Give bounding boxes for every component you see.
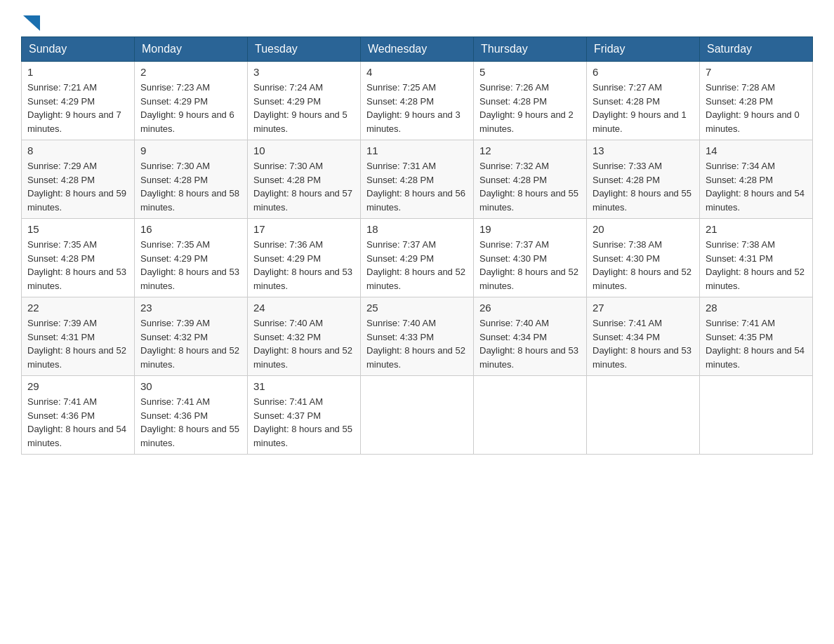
day-detail: Sunrise: 7:39 AMSunset: 4:31 PMDaylight:… (27, 316, 128, 371)
calendar-day-cell: 3Sunrise: 7:24 AMSunset: 4:29 PMDaylight… (248, 62, 361, 140)
calendar-day-cell: 14Sunrise: 7:34 AMSunset: 4:28 PMDayligh… (700, 140, 813, 219)
calendar-day-cell: 26Sunrise: 7:40 AMSunset: 4:34 PMDayligh… (474, 297, 587, 376)
day-detail: Sunrise: 7:38 AMSunset: 4:30 PMDaylight:… (593, 238, 694, 293)
day-number: 6 (593, 66, 694, 78)
day-number: 19 (479, 223, 581, 235)
day-number: 9 (140, 145, 241, 156)
calendar-day-cell: 18Sunrise: 7:37 AMSunset: 4:29 PMDayligh… (361, 219, 474, 297)
logo-arrow-icon (23, 15, 40, 31)
day-detail: Sunrise: 7:24 AMSunset: 4:29 PMDaylight:… (253, 81, 355, 135)
day-detail: Sunrise: 7:35 AMSunset: 4:28 PMDaylight:… (27, 238, 128, 293)
day-number: 31 (253, 380, 355, 392)
calendar-day-cell (700, 376, 813, 455)
day-detail: Sunrise: 7:34 AMSunset: 4:28 PMDaylight:… (706, 159, 807, 214)
day-number: 28 (706, 302, 807, 314)
day-number: 12 (479, 145, 581, 156)
calendar-day-cell: 17Sunrise: 7:36 AMSunset: 4:29 PMDayligh… (248, 219, 361, 297)
day-number: 10 (253, 145, 355, 156)
calendar-day-cell: 12Sunrise: 7:32 AMSunset: 4:28 PMDayligh… (474, 140, 587, 219)
day-of-week-header: Wednesday (361, 37, 474, 62)
day-detail: Sunrise: 7:41 AMSunset: 4:36 PMDaylight:… (27, 395, 128, 450)
day-number: 13 (593, 145, 694, 156)
day-detail: Sunrise: 7:41 AMSunset: 4:35 PMDaylight:… (706, 316, 807, 371)
calendar-table: SundayMondayTuesdayWednesdayThursdayFrid… (21, 36, 813, 455)
calendar-day-cell: 8Sunrise: 7:29 AMSunset: 4:28 PMDaylight… (22, 140, 135, 219)
day-number: 27 (593, 302, 694, 314)
svg-marker-0 (23, 15, 40, 31)
day-detail: Sunrise: 7:33 AMSunset: 4:28 PMDaylight:… (593, 159, 694, 214)
day-detail: Sunrise: 7:37 AMSunset: 4:29 PMDaylight:… (366, 238, 468, 293)
day-of-week-header: Tuesday (248, 37, 361, 62)
day-number: 16 (140, 223, 241, 235)
day-detail: Sunrise: 7:30 AMSunset: 4:28 PMDaylight:… (140, 159, 241, 214)
day-detail: Sunrise: 7:39 AMSunset: 4:32 PMDaylight:… (140, 316, 241, 371)
day-detail: Sunrise: 7:40 AMSunset: 4:32 PMDaylight:… (253, 316, 355, 371)
day-number: 5 (479, 66, 581, 78)
day-detail: Sunrise: 7:25 AMSunset: 4:28 PMDaylight:… (366, 81, 468, 135)
day-number: 29 (27, 380, 128, 392)
day-of-week-header: Sunday (22, 37, 135, 62)
day-number: 24 (253, 302, 355, 314)
calendar-day-cell: 19Sunrise: 7:37 AMSunset: 4:30 PMDayligh… (474, 219, 587, 297)
calendar-day-cell: 2Sunrise: 7:23 AMSunset: 4:29 PMDaylight… (135, 62, 248, 140)
day-detail: Sunrise: 7:40 AMSunset: 4:33 PMDaylight:… (366, 316, 468, 371)
day-number: 8 (27, 145, 128, 156)
calendar-day-cell: 25Sunrise: 7:40 AMSunset: 4:33 PMDayligh… (361, 297, 474, 376)
day-header-row: SundayMondayTuesdayWednesdayThursdayFrid… (22, 37, 813, 62)
day-number: 14 (706, 145, 807, 156)
calendar-week-row: 22Sunrise: 7:39 AMSunset: 4:31 PMDayligh… (22, 297, 813, 376)
day-number: 15 (27, 223, 128, 235)
day-of-week-header: Saturday (700, 37, 813, 62)
day-number: 11 (366, 145, 468, 156)
calendar-day-cell: 7Sunrise: 7:28 AMSunset: 4:28 PMDaylight… (700, 62, 813, 140)
day-detail: Sunrise: 7:30 AMSunset: 4:28 PMDaylight:… (253, 159, 355, 214)
day-number: 20 (593, 223, 694, 235)
day-detail: Sunrise: 7:40 AMSunset: 4:34 PMDaylight:… (479, 316, 581, 371)
calendar-day-cell (361, 376, 474, 455)
day-detail: Sunrise: 7:23 AMSunset: 4:29 PMDaylight:… (140, 81, 241, 135)
calendar-day-cell: 22Sunrise: 7:39 AMSunset: 4:31 PMDayligh… (22, 297, 135, 376)
day-number: 26 (479, 302, 581, 314)
calendar-day-cell: 6Sunrise: 7:27 AMSunset: 4:28 PMDaylight… (587, 62, 700, 140)
day-detail: Sunrise: 7:28 AMSunset: 4:28 PMDaylight:… (706, 81, 807, 135)
day-number: 18 (366, 223, 468, 235)
day-detail: Sunrise: 7:29 AMSunset: 4:28 PMDaylight:… (27, 159, 128, 214)
calendar-week-row: 15Sunrise: 7:35 AMSunset: 4:28 PMDayligh… (22, 219, 813, 297)
day-of-week-header: Friday (587, 37, 700, 62)
day-number: 2 (140, 66, 241, 78)
calendar-day-cell: 20Sunrise: 7:38 AMSunset: 4:30 PMDayligh… (587, 219, 700, 297)
calendar-day-cell: 23Sunrise: 7:39 AMSunset: 4:32 PMDayligh… (135, 297, 248, 376)
day-detail: Sunrise: 7:32 AMSunset: 4:28 PMDaylight:… (479, 159, 581, 214)
calendar-day-cell: 29Sunrise: 7:41 AMSunset: 4:36 PMDayligh… (22, 376, 135, 455)
day-number: 7 (706, 66, 807, 78)
calendar-day-cell: 1Sunrise: 7:21 AMSunset: 4:29 PMDaylight… (22, 62, 135, 140)
calendar-day-cell: 11Sunrise: 7:31 AMSunset: 4:28 PMDayligh… (361, 140, 474, 219)
calendar-day-cell: 30Sunrise: 7:41 AMSunset: 4:36 PMDayligh… (135, 376, 248, 455)
day-number: 1 (27, 66, 128, 78)
day-detail: Sunrise: 7:37 AMSunset: 4:30 PMDaylight:… (479, 238, 581, 293)
day-number: 30 (140, 380, 241, 392)
day-detail: Sunrise: 7:38 AMSunset: 4:31 PMDaylight:… (706, 238, 807, 293)
calendar-day-cell (587, 376, 700, 455)
calendar-day-cell: 5Sunrise: 7:26 AMSunset: 4:28 PMDaylight… (474, 62, 587, 140)
day-number: 21 (706, 223, 807, 235)
calendar-day-cell: 10Sunrise: 7:30 AMSunset: 4:28 PMDayligh… (248, 140, 361, 219)
calendar-day-cell (474, 376, 587, 455)
calendar-week-row: 8Sunrise: 7:29 AMSunset: 4:28 PMDaylight… (22, 140, 813, 219)
day-number: 23 (140, 302, 241, 314)
calendar-day-cell: 4Sunrise: 7:25 AMSunset: 4:28 PMDaylight… (361, 62, 474, 140)
day-of-week-header: Monday (135, 37, 248, 62)
day-detail: Sunrise: 7:26 AMSunset: 4:28 PMDaylight:… (479, 81, 581, 135)
calendar-day-cell: 24Sunrise: 7:40 AMSunset: 4:32 PMDayligh… (248, 297, 361, 376)
calendar-day-cell: 15Sunrise: 7:35 AMSunset: 4:28 PMDayligh… (22, 219, 135, 297)
logo (21, 14, 40, 29)
day-number: 25 (366, 302, 468, 314)
day-detail: Sunrise: 7:35 AMSunset: 4:29 PMDaylight:… (140, 238, 241, 293)
day-number: 17 (253, 223, 355, 235)
day-number: 22 (27, 302, 128, 314)
page-header (21, 14, 813, 29)
day-detail: Sunrise: 7:41 AMSunset: 4:34 PMDaylight:… (593, 316, 694, 371)
day-detail: Sunrise: 7:41 AMSunset: 4:37 PMDaylight:… (253, 395, 355, 450)
calendar-day-cell: 16Sunrise: 7:35 AMSunset: 4:29 PMDayligh… (135, 219, 248, 297)
day-detail: Sunrise: 7:31 AMSunset: 4:28 PMDaylight:… (366, 159, 468, 214)
